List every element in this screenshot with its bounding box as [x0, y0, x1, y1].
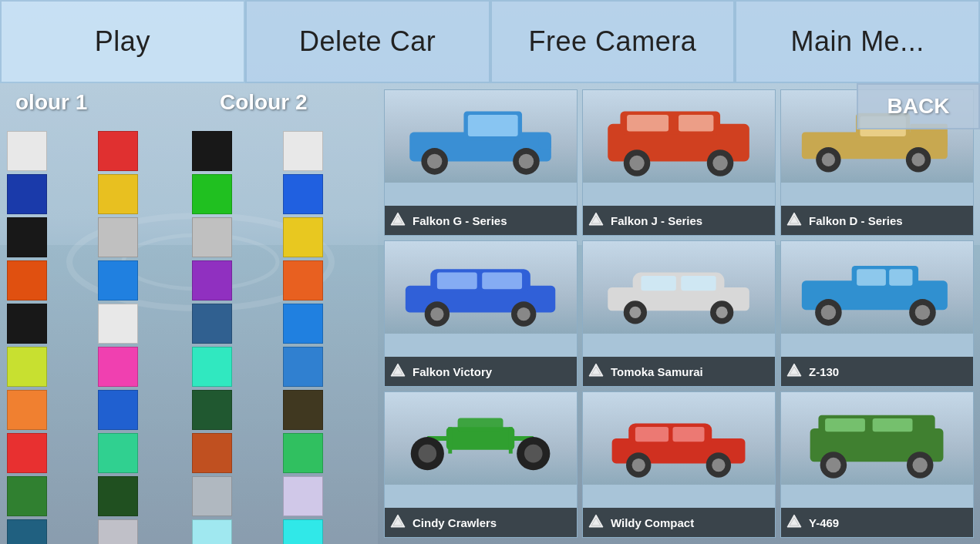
svg-point-19	[713, 156, 728, 170]
svg-point-69	[524, 445, 543, 463]
colour-swatch[interactable]	[283, 131, 323, 171]
car-card[interactable]: Tomoka Samurai	[582, 240, 776, 387]
colour-swatch[interactable]	[98, 390, 138, 430]
svg-point-67	[419, 445, 437, 463]
car-brand-icon	[389, 362, 406, 379]
colour-swatch[interactable]	[98, 304, 138, 344]
car-card[interactable]: Cindy Crawlers	[384, 391, 578, 538]
colour1-header: olour 1	[0, 83, 173, 122]
car-label: Falkon J - Series	[583, 206, 775, 235]
svg-point-88	[827, 458, 841, 472]
svg-point-6	[427, 154, 442, 169]
colour-swatch[interactable]	[7, 433, 47, 473]
svg-rect-44	[642, 276, 676, 290]
car-brand-icon	[786, 513, 803, 530]
car-card[interactable]: Falkon Victory	[384, 240, 578, 387]
colour-swatch[interactable]	[98, 174, 138, 214]
car-label: Wildy Compact	[583, 508, 775, 537]
colour-swatch[interactable]	[98, 433, 138, 473]
car-card[interactable]: Y-469	[780, 391, 974, 538]
colour-swatch[interactable]	[283, 433, 323, 473]
colour-swatch[interactable]	[283, 174, 323, 214]
car-card[interactable]: Z-130	[780, 240, 974, 387]
colour-swatch[interactable]	[283, 304, 323, 344]
colour-swatch[interactable]	[192, 347, 232, 387]
colour-swatch[interactable]	[7, 347, 47, 387]
car-image	[583, 392, 775, 485]
svg-point-27	[822, 153, 835, 166]
svg-rect-4	[468, 115, 518, 136]
colour-headers: olour 1 Colour 2	[0, 83, 378, 122]
colour-swatch[interactable]	[192, 217, 232, 257]
colour-swatch[interactable]	[7, 217, 47, 257]
car-image	[583, 241, 775, 334]
car-card[interactable]: Falkon G - Series	[384, 89, 578, 236]
colour-swatch[interactable]	[192, 519, 232, 544]
car-card[interactable]: Falkon J - Series	[582, 89, 776, 236]
play-button[interactable]: Play	[0, 0, 245, 83]
svg-point-80	[712, 458, 726, 472]
svg-point-17	[630, 156, 645, 170]
svg-rect-75	[635, 427, 668, 442]
main-menu-button[interactable]: Main Me...	[735, 0, 980, 83]
colour-swatch[interactable]	[283, 260, 323, 301]
colour-swatch[interactable]	[192, 433, 232, 473]
car-brand-icon	[389, 513, 406, 530]
car-label: Falkon D - Series	[781, 206, 973, 235]
colour-swatch[interactable]	[7, 476, 47, 516]
colour-swatch[interactable]	[283, 347, 323, 387]
svg-point-57	[821, 305, 836, 320]
svg-rect-76	[673, 427, 705, 442]
svg-rect-35	[483, 273, 523, 290]
car-image	[583, 90, 775, 183]
colour2-header: Colour 2	[173, 83, 378, 122]
free-camera-button[interactable]: Free Camera	[490, 0, 736, 83]
car-label: Falkon G - Series	[385, 206, 577, 235]
svg-rect-70	[458, 418, 503, 432]
colour-swatch[interactable]	[98, 217, 138, 257]
colour-swatch[interactable]	[7, 131, 47, 171]
colour-swatch[interactable]	[7, 260, 47, 301]
colour-swatch[interactable]	[98, 519, 138, 544]
toolbar: Play Delete Car Free Camera Main Me...	[0, 0, 980, 83]
car-image	[781, 392, 973, 485]
colour-swatch[interactable]	[98, 476, 138, 516]
back-button[interactable]: BACK	[857, 83, 980, 129]
svg-point-59	[915, 305, 930, 320]
colour-swatch[interactable]	[192, 174, 232, 214]
car-image	[385, 392, 577, 485]
car-card[interactable]: Wildy Compact	[582, 391, 776, 538]
svg-rect-55	[890, 269, 913, 286]
car-brand-icon	[588, 211, 605, 228]
svg-rect-54	[857, 269, 887, 286]
colour-grids	[0, 122, 378, 544]
colour-swatch[interactable]	[7, 519, 47, 544]
car-label: Tomoka Samurai	[583, 357, 775, 386]
colour-swatch[interactable]	[283, 390, 323, 430]
colour-swatch[interactable]	[7, 304, 47, 344]
colour-swatch[interactable]	[192, 476, 232, 516]
colour-swatch[interactable]	[7, 390, 47, 430]
svg-point-78	[632, 458, 645, 472]
colour-swatch[interactable]	[98, 260, 138, 301]
colour-grid-2	[189, 128, 374, 544]
colour-swatch[interactable]	[192, 390, 232, 430]
svg-rect-85	[826, 418, 866, 432]
colour-swatch[interactable]	[192, 131, 232, 171]
colour-swatch[interactable]	[283, 476, 323, 516]
colour-swatch[interactable]	[192, 260, 232, 301]
colour-swatch[interactable]	[192, 304, 232, 344]
svg-point-90	[913, 458, 928, 472]
colour-swatch[interactable]	[7, 174, 47, 214]
delete-car-button[interactable]: Delete Car	[245, 0, 490, 83]
svg-point-29	[912, 153, 925, 166]
colour-swatch[interactable]	[98, 347, 138, 387]
colour-swatch[interactable]	[283, 519, 323, 544]
svg-point-8	[519, 154, 534, 169]
colour-swatch[interactable]	[283, 217, 323, 257]
colour-panel: olour 1 Colour 2	[0, 83, 378, 544]
car-image	[781, 241, 973, 334]
colour-swatch[interactable]	[98, 131, 138, 171]
car-grid: Falkon G - Series Falkon J - Series Falk…	[378, 83, 980, 544]
svg-point-39	[517, 307, 530, 321]
